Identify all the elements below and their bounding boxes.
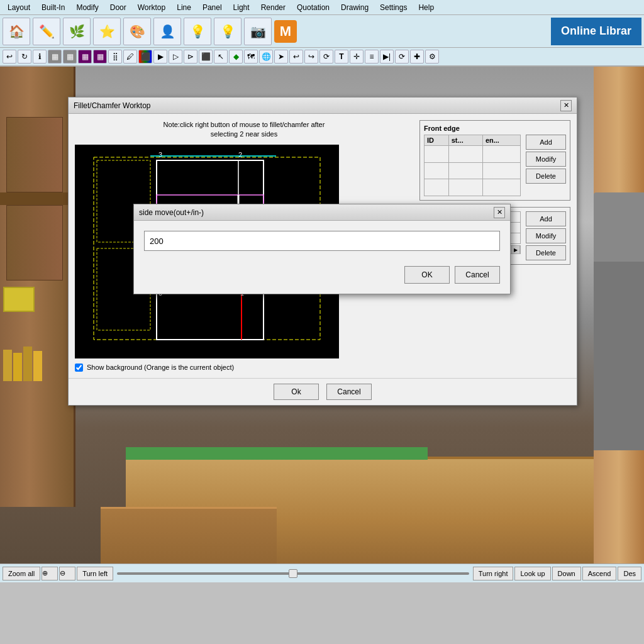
tool-text[interactable]: T (335, 50, 348, 64)
decoration-yellow (3, 287, 35, 312)
tool-settings2[interactable]: ⚙ (425, 50, 439, 64)
tool-world[interactable]: 🌐 (259, 50, 273, 64)
tool-undo[interactable]: ↩ (3, 50, 16, 64)
wood-shelf-left (0, 67, 75, 507)
tool-cursor[interactable]: ↖ (214, 50, 228, 64)
menu-help[interactable]: Help (413, 2, 439, 13)
tool-cross[interactable]: ✚ (410, 50, 424, 64)
counter-green-top (126, 447, 428, 460)
menu-drawing[interactable]: Drawing (336, 2, 374, 13)
tool-dots[interactable]: ⣿ (108, 50, 122, 64)
tool-btn-colors[interactable]: 🎨 (123, 18, 151, 45)
down-btn[interactable]: Down (552, 567, 581, 580)
add-btn-2[interactable]: Add (526, 211, 566, 226)
side-move-titlebar: side move(out+/in-) ✕ (134, 204, 510, 221)
tool-btn-bulb-on[interactable]: 💡 (184, 18, 211, 45)
cabinet-door-left2 (6, 205, 63, 280)
zoom-out-btn[interactable]: ⊖ (59, 567, 75, 580)
col-en: en... (482, 135, 520, 146)
side-move-ok-btn[interactable]: OK (404, 266, 450, 284)
tool-btn-plant[interactable]: 🌿 (63, 18, 91, 45)
tool-diamond[interactable]: ◆ (229, 50, 243, 64)
edge-btn-group-bottom: Add Modify Delete (526, 211, 566, 260)
menu-settings[interactable]: Settings (375, 2, 412, 13)
col-id: ID (425, 135, 449, 146)
menu-modify[interactable]: Modify (71, 2, 103, 13)
tool-map[interactable]: 🗺 (244, 50, 258, 64)
tool-btn-bulb-off[interactable]: 💡 (214, 18, 242, 45)
tool-rotate[interactable]: ↻ (18, 50, 31, 64)
tool-arrow2[interactable]: ↩ (289, 50, 303, 64)
side-move-cancel-btn[interactable]: Cancel (455, 266, 500, 284)
tool-next1[interactable]: ▶| (380, 50, 394, 64)
zoom-all-btn[interactable]: Zoom all (3, 567, 40, 580)
tool-layer[interactable]: ≡ (365, 50, 379, 64)
online-library-btn[interactable]: Online Librar (551, 18, 641, 45)
edge-table: ID st... en... (424, 135, 521, 196)
turn-right-btn[interactable]: Turn right (473, 567, 514, 580)
view-slider[interactable] (117, 572, 469, 575)
front-edge-label: Front edge (424, 125, 566, 132)
tool-grid2[interactable]: ▦ (63, 50, 77, 64)
menu-layout[interactable]: Layout (3, 2, 35, 13)
edge-table-section: ID st... en... (424, 135, 566, 196)
tool-btn-star[interactable]: ⭐ (93, 18, 121, 45)
tool-special[interactable]: ⟳ (319, 50, 333, 64)
tool-arrow3[interactable]: ↪ (304, 50, 318, 64)
toolbar-row2: ↩ ↻ ℹ ▦ ▦ ▦ ▦ ⣿ 🖊 ⬛ ▶ ▷ ⊳ ⬛ ↖ ◆ 🗺 🌐 ➤ ↩ … (0, 48, 644, 65)
tool-wand[interactable]: 🖊 (123, 50, 137, 64)
menu-door[interactable]: Door (105, 2, 131, 13)
fillet-dialog-title: Fillet/Chamfer Worktop (74, 101, 560, 110)
scroll-right-arrow[interactable]: ▶ (511, 245, 520, 254)
tool-stop[interactable]: ⬛ (199, 50, 213, 64)
tool-multicolor[interactable]: ⬛ (138, 50, 152, 64)
tool-btn-person[interactable]: 👤 (153, 18, 181, 45)
tool-info[interactable]: ℹ (33, 50, 47, 64)
fillet-dialog-note: Note:click right button of mouse to fill… (75, 120, 413, 140)
col-st: st... (448, 135, 482, 146)
look-up-btn[interactable]: Look up (514, 567, 550, 580)
menu-panel[interactable]: Panel (197, 2, 227, 13)
tool-grid1[interactable]: ▦ (48, 50, 62, 64)
shelf-plank (0, 192, 69, 205)
modify-btn-1[interactable]: Modify (526, 152, 566, 167)
tool-play3[interactable]: ⊳ (184, 50, 197, 64)
turn-left-btn[interactable]: Turn left (77, 567, 113, 580)
zoom-in-btn[interactable]: ⊕ (42, 567, 58, 580)
tool-btn-camera[interactable]: 📷 (244, 18, 272, 45)
tool-grid3[interactable]: ▦ (78, 50, 92, 64)
side-move-footer: OK Cancel (134, 261, 510, 294)
ascend-btn[interactable]: Ascend (582, 567, 617, 580)
menu-builtin[interactable]: Built-In (36, 2, 70, 13)
cancel-btn[interactable]: Cancel (326, 384, 372, 400)
front-edge-section: Front edge ID st... en... (419, 120, 570, 201)
tool-btn-house[interactable]: 🏠 (3, 18, 30, 45)
menu-light[interactable]: Light (228, 2, 255, 13)
tool-arrow1[interactable]: ➤ (274, 50, 288, 64)
ok-btn[interactable]: Ok (274, 384, 319, 400)
delete-btn-1[interactable]: Delete (526, 169, 566, 184)
tool-play2[interactable]: ▷ (169, 50, 182, 64)
menu-line[interactable]: Line (172, 2, 196, 13)
menu-worktop[interactable]: Worktop (133, 2, 170, 13)
side-move-dialog: side move(out+/in-) ✕ OK Cancel (133, 204, 511, 294)
add-btn-1[interactable]: Add (526, 135, 566, 150)
tool-refresh[interactable]: ⟳ (395, 50, 409, 64)
slider-thumb[interactable] (289, 569, 297, 578)
tool-play[interactable]: ▶ (153, 50, 167, 64)
side-move-input[interactable] (144, 231, 500, 251)
des-btn[interactable]: Des (618, 567, 641, 580)
edge-table-wrapper: ID st... en... (424, 135, 521, 196)
delete-btn-2[interactable]: Delete (526, 245, 566, 260)
menu-render[interactable]: Render (256, 2, 291, 13)
side-move-close-btn[interactable]: ✕ (494, 207, 505, 218)
fillet-dialog-close[interactable]: ✕ (560, 100, 572, 111)
show-bg-checkbox[interactable] (75, 364, 83, 372)
menu-bar: Layout Built-In Modify Door Worktop Line… (0, 0, 644, 15)
modify-btn-2[interactable]: Modify (526, 228, 566, 243)
menu-quotation[interactable]: Quotation (292, 2, 335, 13)
tool-btn-pencil[interactable]: ✏️ (33, 18, 60, 45)
tool-grid4[interactable]: ▦ (93, 50, 107, 64)
tool-plus[interactable]: ✛ (350, 50, 364, 64)
edge-table-body (425, 146, 521, 196)
